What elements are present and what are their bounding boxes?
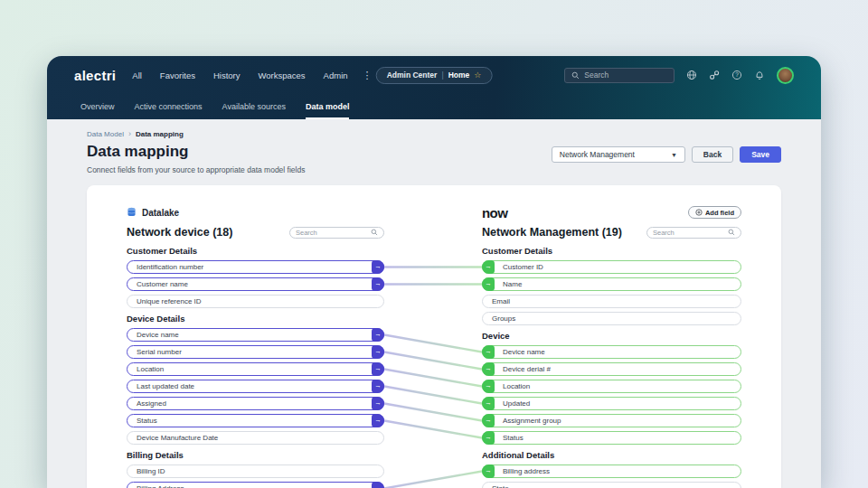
field-src-last-updated-date[interactable]: →Last updated date	[127, 380, 384, 393]
source-heading-row: Network device (18)	[127, 226, 384, 239]
map-in-arrow-icon[interactable]: →	[482, 414, 495, 427]
field-label: Device name	[137, 331, 179, 339]
map-out-arrow-icon[interactable]: →	[372, 397, 384, 410]
map-in-arrow-icon[interactable]: →	[482, 345, 495, 359]
plus-circle-icon	[695, 209, 703, 216]
field-src-customer-name[interactable]: →Customer name	[127, 277, 384, 291]
help-icon[interactable]: ?	[731, 70, 742, 80]
nav-item-favorites[interactable]: Favorites	[160, 70, 195, 80]
field-label: Device Manufacture Date	[137, 434, 218, 442]
field-label: Email	[492, 297, 510, 305]
model-select-value: Network Management	[560, 150, 635, 159]
favorite-star-icon[interactable]: ☆	[474, 71, 481, 80]
tab-available-sources[interactable]: Available sources	[222, 94, 286, 119]
field-tgt-email[interactable]: Email	[482, 295, 741, 308]
field-label: Status	[137, 417, 157, 425]
nav-item-history[interactable]: History	[213, 70, 241, 80]
section-heading-customer-details: Customer Details	[482, 246, 741, 256]
field-src-billing-id[interactable]: Billing ID	[127, 465, 384, 478]
field-src-identification-number[interactable]: →Identification number	[127, 260, 384, 274]
context-pill[interactable]: Admin Center | Home ☆	[376, 67, 493, 84]
map-in-arrow-icon[interactable]: →	[482, 397, 495, 410]
app-header: alectri AllFavoritesHistoryWorkspacesAdm…	[47, 56, 821, 119]
source-search-input[interactable]	[296, 229, 367, 237]
map-out-arrow-icon[interactable]: →	[372, 260, 384, 274]
source-search[interactable]	[289, 227, 384, 239]
field-label: Customer name	[137, 280, 188, 288]
field-tgt-location[interactable]: →Location	[482, 380, 741, 393]
chevron-down-icon: ▼	[671, 152, 677, 158]
panel-gap	[384, 206, 482, 488]
map-in-arrow-icon[interactable]: →	[482, 362, 495, 376]
tab-data-model[interactable]: Data model	[306, 94, 350, 119]
field-tgt-state[interactable]: State	[482, 482, 741, 488]
notifications-bell-icon[interactable]	[754, 70, 765, 80]
field-label: Updated	[503, 399, 530, 408]
map-in-arrow-icon[interactable]: →	[482, 431, 495, 445]
breadcrumb-data-model[interactable]: Data Model	[87, 130, 124, 138]
field-src-billing-address[interactable]: →Billing Address	[127, 482, 384, 488]
context-app-label: Admin Center	[387, 70, 438, 80]
field-label: State	[492, 484, 509, 488]
app-window: alectri AllFavoritesHistoryWorkspacesAdm…	[47, 56, 821, 488]
field-tgt-billing-address[interactable]: →Billing address	[482, 465, 741, 478]
map-out-arrow-icon[interactable]: →	[372, 277, 384, 291]
source-provider-name: Datalake	[142, 208, 179, 218]
globe-icon[interactable]	[686, 70, 697, 80]
field-src-assigned[interactable]: →Assigned	[127, 397, 384, 410]
field-tgt-groups[interactable]: Groups	[482, 312, 741, 325]
search-icon	[571, 70, 580, 80]
tab-overview[interactable]: Overview	[80, 94, 115, 119]
field-tgt-customer-id[interactable]: →Customer ID	[482, 260, 741, 274]
field-src-unique-reference-id[interactable]: Unique reference ID	[127, 295, 384, 308]
target-panel: now Add field Network Management (19) Cu…	[482, 206, 741, 488]
field-src-device-manufacture-date[interactable]: Device Manufacture Date	[127, 431, 384, 445]
section-heading-customer-details: Customer Details	[127, 246, 384, 256]
workspace-link-icon[interactable]	[709, 70, 720, 80]
brand-logo: alectri	[74, 68, 116, 83]
field-tgt-name[interactable]: →Name	[482, 277, 741, 291]
sub-navbar: OverviewActive connectionsAvailable sour…	[47, 94, 821, 119]
back-button[interactable]: Back	[692, 146, 733, 163]
target-search[interactable]	[646, 227, 741, 239]
field-src-device-name[interactable]: →Device name	[127, 328, 384, 342]
model-select[interactable]: Network Management ▼	[552, 146, 685, 163]
map-out-arrow-icon[interactable]: →	[372, 482, 384, 488]
global-search[interactable]	[564, 68, 675, 83]
add-field-button[interactable]: Add field	[688, 206, 741, 219]
title-block: Data mapping Connect fields from your so…	[87, 144, 305, 174]
map-out-arrow-icon[interactable]: →	[372, 380, 384, 393]
map-in-arrow-icon[interactable]: →	[482, 277, 495, 291]
source-provider-row: Datalake	[127, 206, 384, 220]
field-src-serial-number[interactable]: →Serial number	[127, 345, 384, 359]
user-avatar[interactable]	[777, 67, 794, 84]
save-button[interactable]: Save	[740, 146, 781, 163]
field-src-status[interactable]: →Status	[127, 414, 384, 427]
kebab-menu-icon[interactable]: ⋮	[363, 70, 373, 80]
tab-active-connections[interactable]: Active connections	[135, 94, 203, 119]
nav-item-admin[interactable]: Admin	[324, 70, 348, 80]
map-in-arrow-icon[interactable]: →	[482, 260, 495, 274]
nav-item-all[interactable]: All	[132, 70, 142, 80]
nav-item-workspaces[interactable]: Workspaces	[259, 70, 306, 80]
source-panel: Datalake Network device (18) Customer De…	[127, 206, 384, 488]
page-subtitle: Connect fields from your source to appro…	[87, 165, 305, 174]
field-tgt-updated[interactable]: →Updated	[482, 397, 741, 410]
map-out-arrow-icon[interactable]: →	[372, 362, 384, 376]
field-label: Assigned	[137, 399, 166, 408]
primary-nav: AllFavoritesHistoryWorkspacesAdmin	[132, 70, 347, 80]
field-label: Device derial #	[503, 365, 551, 373]
map-out-arrow-icon[interactable]: →	[372, 345, 384, 359]
field-tgt-device-name[interactable]: →Device name	[482, 345, 741, 359]
map-out-arrow-icon[interactable]: →	[372, 328, 384, 342]
map-in-arrow-icon[interactable]: →	[482, 380, 495, 393]
field-src-location[interactable]: →Location	[127, 362, 384, 376]
map-in-arrow-icon[interactable]: →	[482, 465, 495, 478]
source-field-list: Customer Details→Identification number→C…	[127, 246, 384, 488]
field-tgt-device-derial[interactable]: →Device derial #	[482, 362, 741, 376]
field-tgt-status[interactable]: →Status	[482, 431, 741, 445]
map-out-arrow-icon[interactable]: →	[372, 414, 384, 427]
target-search-input[interactable]	[653, 229, 724, 237]
field-tgt-assignment-group[interactable]: →Assignment group	[482, 414, 741, 427]
global-search-input[interactable]	[584, 70, 668, 80]
